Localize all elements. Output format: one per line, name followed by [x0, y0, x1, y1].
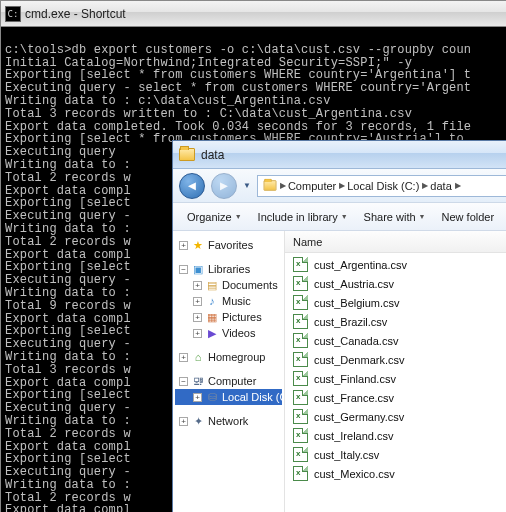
file-name: cust_France.csv: [314, 392, 394, 404]
chevron-down-icon: ▼: [419, 213, 426, 220]
tree-pictures[interactable]: +▦Pictures: [175, 309, 282, 325]
expand-icon[interactable]: +: [179, 353, 188, 362]
breadcrumb-segment[interactable]: Computer▶: [288, 180, 345, 192]
file-name: cust_Germany.csv: [314, 411, 404, 423]
breadcrumb-segment[interactable]: Local Disk (C:)▶: [347, 180, 428, 192]
chevron-right-icon[interactable]: ▶: [455, 181, 461, 190]
music-icon: ♪: [205, 294, 219, 308]
expand-icon[interactable]: +: [179, 241, 188, 250]
libraries-icon: ▣: [191, 262, 205, 276]
file-row[interactable]: cust_Argentina.csv: [289, 255, 506, 274]
drive-icon: ⛁: [205, 390, 219, 404]
csv-file-icon: [293, 352, 308, 367]
csv-file-icon: [293, 276, 308, 291]
include-in-library-menu[interactable]: Include in library▼: [252, 209, 354, 225]
file-row[interactable]: cust_France.csv: [289, 388, 506, 407]
expand-icon[interactable]: +: [193, 393, 202, 402]
file-row[interactable]: cust_Austria.csv: [289, 274, 506, 293]
file-name: cust_Finland.csv: [314, 373, 396, 385]
tree-music[interactable]: +♪Music: [175, 293, 282, 309]
explorer-body: +★Favorites −▣Libraries +▤Documents +♪Mu…: [173, 231, 506, 512]
chevron-down-icon: ▼: [235, 213, 242, 220]
tree-homegroup[interactable]: +⌂Homegroup: [175, 349, 282, 365]
csv-file-icon: [293, 257, 308, 272]
videos-icon: ▶: [205, 326, 219, 340]
expand-icon[interactable]: +: [193, 313, 202, 322]
collapse-icon[interactable]: −: [179, 377, 188, 386]
csv-file-icon: [293, 295, 308, 310]
chevron-down-icon: ▼: [341, 213, 348, 220]
forward-button[interactable]: ►: [211, 173, 237, 199]
nav-tree[interactable]: +★Favorites −▣Libraries +▤Documents +♪Mu…: [173, 231, 285, 512]
column-header-name[interactable]: Name: [285, 231, 506, 253]
chevron-right-icon[interactable]: ▶: [280, 181, 286, 190]
tree-local-disk[interactable]: +⛁Local Disk (C: [175, 389, 282, 405]
chevron-right-icon[interactable]: ▶: [339, 181, 345, 190]
tree-favorites[interactable]: +★Favorites: [175, 237, 282, 253]
csv-file-icon: [293, 447, 308, 462]
csv-file-icon: [293, 314, 308, 329]
folder-icon: [264, 180, 277, 190]
pictures-icon: ▦: [205, 310, 219, 324]
homegroup-icon: ⌂: [191, 350, 205, 364]
tree-videos[interactable]: +▶Videos: [175, 325, 282, 341]
csv-file-icon: [293, 371, 308, 386]
computer-icon: 🖳: [191, 374, 205, 388]
folder-icon: [179, 148, 195, 161]
explorer-window: data ◄ ► ▼ ▶ Computer▶ Local Disk (C:)▶ …: [172, 140, 506, 512]
file-list-pane: Name cust_Argentina.csvcust_Austria.csvc…: [285, 231, 506, 512]
cmd-titlebar[interactable]: C: cmd.exe - Shortcut: [1, 1, 506, 27]
file-name: cust_Mexico.csv: [314, 468, 395, 480]
file-name: cust_Argentina.csv: [314, 259, 407, 271]
csv-file-icon: [293, 466, 308, 481]
cmd-title: cmd.exe - Shortcut: [25, 7, 126, 21]
file-row[interactable]: cust_Brazil.csv: [289, 312, 506, 331]
csv-file-icon: [293, 409, 308, 424]
csv-file-icon: [293, 333, 308, 348]
back-button[interactable]: ◄: [179, 173, 205, 199]
chevron-right-icon[interactable]: ▶: [422, 181, 428, 190]
network-icon: ✦: [191, 414, 205, 428]
file-name: cust_Brazil.csv: [314, 316, 387, 328]
file-name: cust_Ireland.csv: [314, 430, 393, 442]
file-row[interactable]: cust_Mexico.csv: [289, 464, 506, 483]
file-name: cust_Italy.csv: [314, 449, 379, 461]
organize-menu[interactable]: Organize▼: [181, 209, 248, 225]
file-name: cust_Austria.csv: [314, 278, 394, 290]
tree-libraries[interactable]: −▣Libraries: [175, 261, 282, 277]
share-with-menu[interactable]: Share with▼: [358, 209, 432, 225]
breadcrumb-segment[interactable]: data▶: [430, 180, 460, 192]
tree-network[interactable]: +✦Network: [175, 413, 282, 429]
file-row[interactable]: cust_Germany.csv: [289, 407, 506, 426]
nav-history-dropdown[interactable]: ▼: [243, 181, 251, 190]
file-list[interactable]: cust_Argentina.csvcust_Austria.csvcust_B…: [285, 253, 506, 512]
tree-documents[interactable]: +▤Documents: [175, 277, 282, 293]
csv-file-icon: [293, 390, 308, 405]
file-row[interactable]: cust_Belgium.csv: [289, 293, 506, 312]
collapse-icon[interactable]: −: [179, 265, 188, 274]
file-row[interactable]: cust_Italy.csv: [289, 445, 506, 464]
expand-icon[interactable]: +: [193, 297, 202, 306]
expand-icon[interactable]: +: [179, 417, 188, 426]
file-name: cust_Denmark.csv: [314, 354, 404, 366]
csv-file-icon: [293, 428, 308, 443]
file-row[interactable]: cust_Canada.csv: [289, 331, 506, 350]
explorer-toolbar: Organize▼ Include in library▼ Share with…: [173, 203, 506, 231]
file-row[interactable]: cust_Denmark.csv: [289, 350, 506, 369]
expand-icon[interactable]: +: [193, 329, 202, 338]
tree-computer[interactable]: −🖳Computer: [175, 373, 282, 389]
cmd-icon: C:: [5, 6, 21, 22]
star-icon: ★: [191, 238, 205, 252]
file-name: cust_Canada.csv: [314, 335, 398, 347]
explorer-navbar: ◄ ► ▼ ▶ Computer▶ Local Disk (C:)▶ data▶: [173, 169, 506, 203]
explorer-title: data: [201, 148, 224, 162]
new-folder-button[interactable]: New folder: [436, 209, 501, 225]
file-row[interactable]: cust_Finland.csv: [289, 369, 506, 388]
explorer-titlebar[interactable]: data: [173, 141, 506, 169]
documents-icon: ▤: [205, 278, 219, 292]
file-row[interactable]: cust_Ireland.csv: [289, 426, 506, 445]
expand-icon[interactable]: +: [193, 281, 202, 290]
address-bar[interactable]: ▶ Computer▶ Local Disk (C:)▶ data▶: [257, 175, 506, 197]
file-name: cust_Belgium.csv: [314, 297, 400, 309]
